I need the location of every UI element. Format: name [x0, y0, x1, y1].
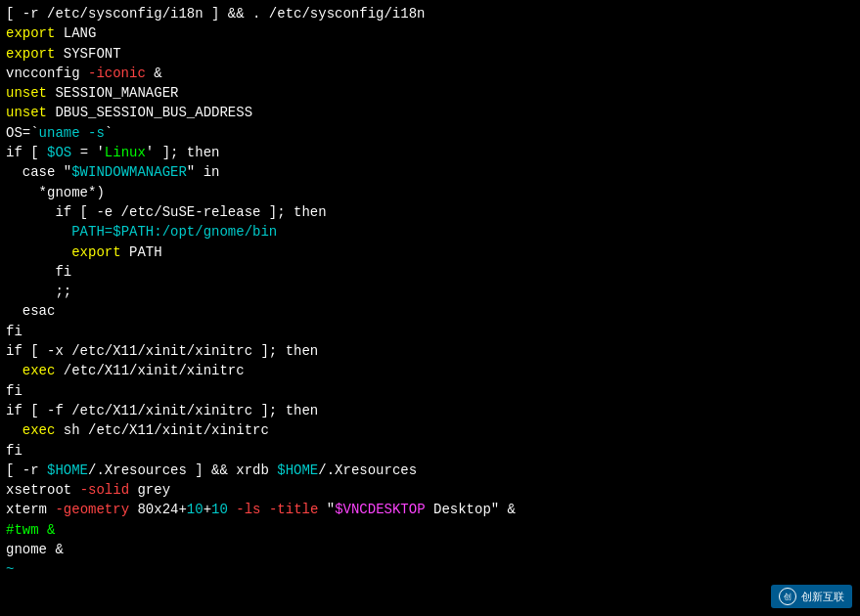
terminal-line: case "$WINDOWMANAGER" in [6, 162, 854, 182]
terminal-line: PATH=$PATH:/opt/gnome/bin [6, 222, 854, 242]
terminal-line: fi [6, 381, 854, 401]
terminal-line: [ -r /etc/sysconfig/i18n ] && . /etc/sys… [6, 4, 854, 23]
terminal-line: unset SESSION_MANAGER [6, 83, 854, 103]
terminal-line: if [ -e /etc/SuSE-release ]; then [6, 202, 854, 222]
terminal-line: unset DBUS_SESSION_BUS_ADDRESS [6, 103, 854, 122]
terminal-line: if [ $OS = 'Linux' ]; then [6, 143, 854, 162]
terminal-line: fi [6, 322, 854, 341]
terminal-line: ~ [6, 559, 854, 579]
terminal-line: fi [6, 441, 854, 461]
terminal-line: esac [6, 301, 854, 321]
terminal: [ -r /etc/sysconfig/i18n ] && . /etc/sys… [0, 0, 860, 616]
terminal-line: gnome & [6, 540, 854, 559]
watermark: 创创新互联 [771, 585, 852, 608]
terminal-line: export SYSFONT [6, 44, 854, 64]
terminal-line: #twm & [6, 520, 854, 540]
terminal-line: fi [6, 262, 854, 282]
terminal-line: ;; [6, 282, 854, 301]
terminal-line: [ -r $HOME/.Xresources ] && xrdb $HOME/.… [6, 461, 854, 480]
terminal-line: exec sh /etc/X11/xinit/xinitrc [6, 420, 854, 440]
terminal-line: xsetroot -solid grey [6, 480, 854, 500]
terminal-line: export LANG [6, 23, 854, 43]
terminal-line: xterm -geometry 80x24+10+10 -ls -title "… [6, 500, 854, 519]
terminal-line: exec /etc/X11/xinit/xinitrc [6, 361, 854, 380]
terminal-line: if [ -x /etc/X11/xinit/xinitrc ]; then [6, 341, 854, 361]
terminal-line: export PATH [6, 242, 854, 262]
terminal-line: if [ -f /etc/X11/xinit/xinitrc ]; then [6, 401, 854, 420]
watermark-text: 创新互联 [801, 590, 844, 604]
terminal-line: vncconfig -iconic & [6, 64, 854, 83]
terminal-line: *gnome*) [6, 183, 854, 202]
terminal-line: OS=`uname -s` [6, 123, 854, 143]
watermark-logo: 创 [779, 588, 796, 605]
